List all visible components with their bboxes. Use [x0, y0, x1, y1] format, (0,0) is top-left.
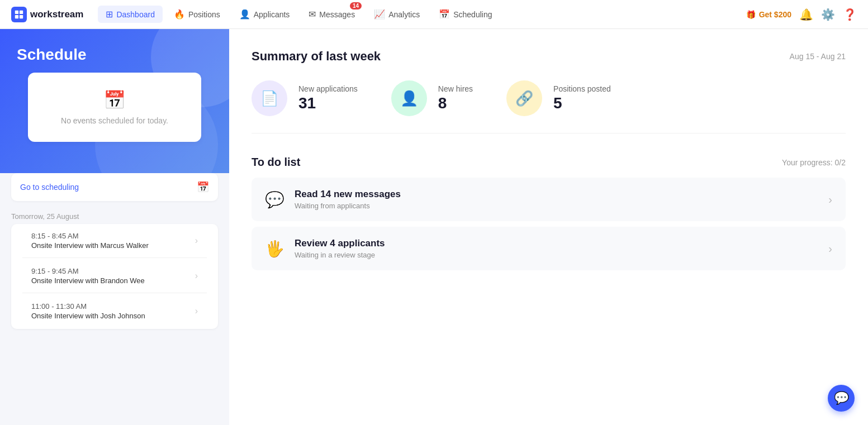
events-list: 8:15 - 8:45 AM Onsite Interview with Mar… [11, 224, 218, 329]
nav-applicants-label: Applicants [254, 10, 290, 19]
stat-hires: 👤 New hires 8 [391, 80, 473, 116]
hires-label: New hires [438, 84, 473, 93]
messages-icon: ✉ [309, 9, 316, 20]
positions-stat-label: Positions posted [553, 84, 611, 93]
todo-progress: Your progress: 0/2 [782, 158, 846, 167]
nav-positions[interactable]: 🔥 Positions [166, 6, 228, 23]
event-0-time: 8:15 - 8:45 AM [31, 232, 149, 240]
dashboard-icon: ⊞ [106, 9, 113, 20]
todo-applicants-title: Review 4 applicants [295, 238, 818, 249]
scheduling-calendar-icon: 📅 [197, 181, 209, 193]
positions-stat-icon: 🔗 [515, 90, 533, 107]
event-1-name: Onsite Interview with Brandon Wee [31, 276, 145, 285]
event-2-info: 11:00 - 11:30 AM Onsite Interview with J… [31, 302, 145, 320]
todo-header: To do list Your progress: 0/2 [252, 156, 846, 169]
todo-title: To do list [252, 156, 300, 169]
applications-icon-circle: 📄 [252, 80, 287, 116]
messages-badge: 14 [350, 2, 362, 9]
todo-item-messages[interactable]: 💬 Read 14 new messages Waiting from appl… [252, 178, 846, 221]
applications-details: New applications 31 [298, 84, 358, 112]
stat-applications: 📄 New applications 31 [252, 80, 358, 116]
hires-icon-circle: 👤 [391, 80, 427, 116]
applications-icon: 📄 [260, 90, 278, 107]
top-navigation: workstream ⊞ Dashboard 🔥 Positions 👤 App… [0, 0, 868, 29]
event-1-chevron: › [195, 271, 198, 281]
summary-header: Summary of last week Aug 15 - Aug 21 [252, 49, 846, 64]
positions-stat-value: 5 [553, 94, 611, 112]
hires-details: New hires 8 [438, 84, 473, 112]
summary-title: Summary of last week [252, 49, 381, 64]
nav-applicants[interactable]: 👤 Applicants [231, 6, 298, 23]
logo-text: workstream [30, 9, 83, 20]
calendar-icon: 📅 [103, 89, 126, 111]
gear-icon[interactable]: ⚙️ [821, 8, 835, 21]
get-reward-button[interactable]: 🎁 Get $200 [746, 10, 791, 19]
chat-icon: 💬 [834, 391, 849, 405]
scheduling-icon: 📅 [439, 9, 450, 20]
get-reward-label: Get $200 [759, 10, 791, 19]
chat-bubble-button[interactable]: 💬 [828, 385, 855, 412]
no-events-card: 📅 No events scheduled for today. [28, 73, 201, 142]
positions-icon-circle: 🔗 [506, 80, 542, 116]
applications-value: 31 [298, 94, 358, 112]
nav-left: workstream ⊞ Dashboard 🔥 Positions 👤 App… [11, 6, 500, 23]
event-0-chevron: › [195, 236, 198, 246]
no-events-text: No events scheduled for today. [61, 116, 168, 125]
nav-right: 🎁 Get $200 🔔 ⚙️ ❓ [746, 8, 857, 21]
svg-rect-2 [15, 15, 18, 18]
nav-analytics-label: Analytics [388, 10, 420, 19]
event-2-chevron: › [195, 306, 198, 316]
main-layout: Schedule 📅 No events scheduled for today… [0, 29, 868, 425]
event-2-time: 11:00 - 11:30 AM [31, 302, 145, 311]
positions-details: Positions posted 5 [553, 84, 611, 112]
go-to-scheduling-button[interactable]: Go to scheduling 📅 [11, 173, 218, 201]
nav-scheduling[interactable]: 📅 Scheduling [431, 6, 500, 23]
nav-dashboard[interactable]: ⊞ Dashboard [98, 6, 163, 23]
todo-messages-chevron: › [828, 193, 832, 206]
stats-row: 📄 New applications 31 👤 New hires 8 [252, 80, 846, 133]
todo-item-applicants[interactable]: 🖐️ Review 4 applicants Waiting in a revi… [252, 227, 846, 270]
analytics-icon: 📈 [374, 9, 385, 20]
positions-icon: 🔥 [174, 9, 185, 20]
nav-dashboard-label: Dashboard [116, 10, 155, 19]
todo-messages-title: Read 14 new messages [295, 189, 818, 200]
nav-messages-label: Messages [319, 10, 355, 19]
hires-icon: 👤 [400, 90, 418, 107]
todo-applicants-icon: 🖐️ [265, 240, 284, 258]
event-1-info: 9:15 - 9:45 AM Onsite Interview with Bra… [31, 267, 145, 285]
sidebar: Schedule 📅 No events scheduled for today… [0, 29, 229, 425]
event-2[interactable]: 11:00 - 11:30 AM Onsite Interview with J… [22, 294, 207, 328]
todo-applicants-subtitle: Waiting in a review stage [295, 251, 818, 259]
nav-positions-label: Positions [188, 10, 220, 19]
event-1-time: 9:15 - 9:45 AM [31, 267, 145, 275]
logo-mark [11, 7, 27, 22]
todo-applicants-content: Review 4 applicants Waiting in a review … [295, 238, 818, 259]
go-to-scheduling-label: Go to scheduling [20, 183, 79, 192]
logo[interactable]: workstream [11, 7, 83, 22]
schedule-header: Schedule 📅 No events scheduled for today… [0, 29, 229, 173]
help-icon[interactable]: ❓ [843, 8, 857, 21]
nav-scheduling-label: Scheduling [453, 10, 492, 19]
gift-icon: 🎁 [746, 10, 756, 19]
event-0-name: Onsite Interview with Marcus Walker [31, 241, 149, 250]
summary-date: Aug 15 - Aug 21 [790, 52, 846, 61]
nav-analytics[interactable]: 📈 Analytics [366, 6, 428, 23]
todo-messages-content: Read 14 new messages Waiting from applic… [295, 189, 818, 210]
schedule-title: Schedule [17, 46, 212, 64]
nav-messages[interactable]: ✉ Messages 14 [301, 6, 363, 23]
tomorrow-label: Tomorrow, 25 August [0, 207, 229, 224]
stat-positions: 🔗 Positions posted 5 [506, 80, 611, 116]
todo-messages-icon: 💬 [265, 190, 284, 209]
main-content: Summary of last week Aug 15 - Aug 21 📄 N… [229, 29, 868, 425]
hires-value: 8 [438, 94, 473, 112]
event-0[interactable]: 8:15 - 8:45 AM Onsite Interview with Mar… [22, 224, 207, 258]
event-1[interactable]: 9:15 - 9:45 AM Onsite Interview with Bra… [22, 259, 207, 293]
event-0-info: 8:15 - 8:45 AM Onsite Interview with Mar… [31, 232, 149, 250]
event-2-name: Onsite Interview with Josh Johnson [31, 312, 145, 320]
applications-label: New applications [298, 84, 358, 93]
bell-icon[interactable]: 🔔 [799, 8, 813, 21]
svg-rect-3 [20, 15, 23, 18]
svg-rect-0 [15, 10, 18, 13]
todo-messages-subtitle: Waiting from applicants [295, 202, 818, 210]
todo-applicants-chevron: › [828, 242, 832, 255]
